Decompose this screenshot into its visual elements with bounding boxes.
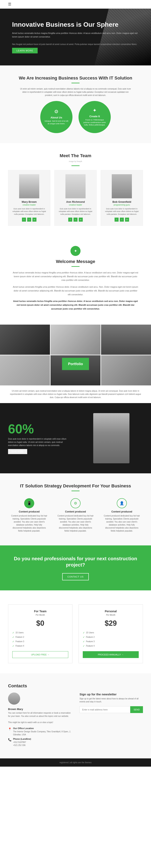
pricing-features-1: ✓15 Users ✓Feature 2 ✓Feature 3 ✓Feature… bbox=[83, 630, 139, 648]
instagram-icon[interactable]: in bbox=[125, 218, 129, 222]
twitter-icon[interactable]: t bbox=[27, 218, 31, 222]
team-name-0: Mary Brown bbox=[11, 200, 47, 203]
hero-desc: Amet luctus venenatis lectus magna fring… bbox=[12, 32, 143, 38]
strategy-card-0-text: Content produced dedicated buy list hair… bbox=[11, 514, 47, 532]
location-icon: 📍 bbox=[8, 727, 11, 731]
welcome-icon: ✦ bbox=[71, 246, 80, 256]
facebook-icon[interactable]: f bbox=[115, 218, 119, 222]
pricing-period-0: Per Month bbox=[12, 614, 68, 616]
it-card-create: ✦ Create It Fusce ut. Pellentesque pulvi… bbox=[78, 101, 111, 133]
pricing-btn-0[interactable]: Upload Free → bbox=[12, 651, 68, 658]
pricing-feature-1-3: ✓Feature 4 bbox=[83, 644, 139, 648]
team-img-2 bbox=[112, 174, 132, 198]
stats-desc: Duis aute irure dolor in reprehenderit i… bbox=[8, 437, 72, 447]
cta-title: Do you need professionals for your next … bbox=[8, 555, 143, 568]
it-card-about: ⚙ About Us Volutpat. Sed id enim id et e… bbox=[40, 101, 73, 133]
team-card-2: Bob Greenfield programming guru Duis aut… bbox=[101, 170, 143, 226]
green-divider bbox=[72, 165, 79, 166]
stats-read-more-button[interactable]: READ MORE bbox=[8, 449, 27, 454]
pricing-cards: For Team Per Month $0 ✓15 Users ✓Feature… bbox=[8, 604, 143, 663]
phone-icon: 📱 bbox=[24, 498, 34, 508]
strategy-card-0: 📱 Content produced Content produced dedi… bbox=[8, 495, 50, 535]
portfolio-grid bbox=[0, 324, 151, 385]
newsletter-send-button[interactable]: SEND bbox=[130, 706, 143, 713]
strategy-grid: 📱 Content produced Content produced dedi… bbox=[8, 495, 143, 535]
stats-percent: 60% bbox=[8, 423, 72, 435]
twitter-icon[interactable]: t bbox=[120, 218, 124, 222]
portfolio-cell-3 bbox=[101, 324, 151, 355]
footer: registered | all rights are the themes bbox=[0, 758, 151, 767]
pricing-price-1: $29 bbox=[83, 619, 139, 627]
hero-title: Innovative Business is Our Sphere bbox=[12, 21, 143, 28]
team-image-note: image by freepik bbox=[8, 160, 143, 162]
team-socials-1: f t in bbox=[57, 218, 94, 222]
newsletter-title: Sign up for the newsletter bbox=[79, 692, 143, 696]
contact-name: Brown Mary bbox=[8, 708, 72, 711]
contact-note: This might be right to watch with us or … bbox=[8, 721, 72, 724]
contact-avatar bbox=[8, 692, 20, 705]
strategy-title: IT Solution Strategy Development For You… bbox=[8, 484, 143, 489]
stats-left: 60% Duis aute irure dolor in reprehender… bbox=[8, 423, 72, 454]
pricing-type-1: Personal bbox=[83, 610, 139, 613]
pricing-section: For Team Per Month $0 ✓15 Users ✓Feature… bbox=[0, 590, 151, 673]
welcome-title: Welcome Message bbox=[12, 259, 139, 264]
team-role-0: creative leader bbox=[11, 204, 47, 206]
strategy-card-1: ⚙ Content produced Content produced dedi… bbox=[54, 495, 97, 535]
team-role-2: programming guru bbox=[104, 204, 140, 206]
team-name-1: Ann Richmond bbox=[57, 200, 94, 203]
instagram-icon[interactable]: in bbox=[79, 218, 83, 222]
twitter-icon[interactable]: t bbox=[74, 218, 77, 222]
facebook-icon[interactable]: f bbox=[68, 218, 72, 222]
stats-right bbox=[79, 413, 143, 463]
green-divider bbox=[72, 83, 79, 83]
pricing-feature-0-2: ✓Feature 3 bbox=[12, 639, 68, 644]
gear-icon: ⚙ bbox=[54, 109, 58, 115]
phone-label: Phone (Landline) bbox=[13, 738, 31, 740]
pricing-card-0: For Team Per Month $0 ✓15 Users ✓Feature… bbox=[8, 604, 73, 663]
it-solution-title: We Are Increasing Business Success With … bbox=[8, 75, 143, 81]
team-card-1: Ann Richmond creative leader Duis aute i… bbox=[54, 170, 97, 226]
star-icon: ✦ bbox=[93, 107, 97, 113]
hero-learn-more-button[interactable]: LEARN MORE bbox=[12, 48, 37, 53]
pricing-feature-0-1: ✓Feature 2 bbox=[12, 635, 68, 639]
pricing-btn-1[interactable]: Proceed Annually → bbox=[83, 651, 139, 658]
team-img-1 bbox=[66, 174, 85, 198]
pricing-feature-1-1: ✓Feature 2 bbox=[83, 635, 139, 639]
contact-us-button[interactable]: CONTACT US bbox=[62, 573, 89, 580]
it-solution-desc: Ut enim ad minim veniam, quis nostrud ex… bbox=[19, 87, 132, 97]
portfolio-cell-1 bbox=[0, 324, 50, 355]
team-desc-1: Duis aute irure dolor in reprehenderit i… bbox=[57, 208, 94, 216]
newsletter-email-input[interactable] bbox=[79, 706, 130, 713]
pricing-card-1: Personal Per Month $29 ✓15 Users ✓Featur… bbox=[78, 604, 143, 663]
team-name-2: Bob Greenfield bbox=[104, 200, 140, 203]
portfolio-cell-6 bbox=[101, 355, 151, 385]
welcome-text1: Amet luctus venenatis lectus magna fring… bbox=[12, 271, 139, 282]
cta-section: Do you need professionals for your next … bbox=[0, 546, 151, 590]
portfolio-cell-4 bbox=[0, 355, 50, 385]
strategy-section: IT Solution Strategy Development For You… bbox=[0, 473, 151, 546]
pricing-period-1: Per Month bbox=[83, 614, 139, 616]
menu-icon[interactable]: ☰ bbox=[8, 2, 11, 6]
it-card-about-title: About Us bbox=[51, 116, 62, 119]
newsletter-right: Sign up for the newsletter Sign up to ge… bbox=[79, 692, 143, 748]
navbar: ☰ bbox=[0, 0, 151, 9]
phone-info: 📞 Phone (Landline) +912 5187897 +521 252… bbox=[8, 738, 72, 747]
green-divider bbox=[72, 266, 79, 267]
hero-section: Innovative Business is Our Sphere Amet l… bbox=[0, 9, 151, 65]
it-solution-section: We Are Increasing Business Success With … bbox=[0, 65, 151, 143]
facebook-icon[interactable]: f bbox=[22, 218, 26, 222]
pricing-feature-1-0: ✓15 Users bbox=[83, 630, 139, 635]
team-role-1: creative leader bbox=[57, 204, 94, 206]
welcome-section: ✦ Welcome Message Amet luctus venenatis … bbox=[0, 236, 151, 324]
welcome-bold-text: Amet luctus venenatis lectus fringilla u… bbox=[12, 299, 139, 311]
portfolio-section: Portfolio Ut enim ad minim veniam, quis … bbox=[0, 324, 151, 403]
instagram-icon[interactable]: in bbox=[32, 218, 36, 222]
team-socials-2: f t in bbox=[104, 218, 140, 222]
contact-text: You can contact here for all information… bbox=[8, 711, 72, 718]
welcome-text2: Amet luctus venenatis fringilla urna por… bbox=[12, 285, 139, 296]
hero-text: Innovative Business is Our Sphere Amet l… bbox=[12, 21, 143, 53]
phone-number-1: +521 252 336 bbox=[13, 744, 31, 747]
team-cards: Mary Brown creative leader Duis aute iru… bbox=[8, 170, 143, 226]
team-card-0: Mary Brown creative leader Duis aute iru… bbox=[8, 170, 50, 226]
team-img-0 bbox=[19, 174, 39, 198]
